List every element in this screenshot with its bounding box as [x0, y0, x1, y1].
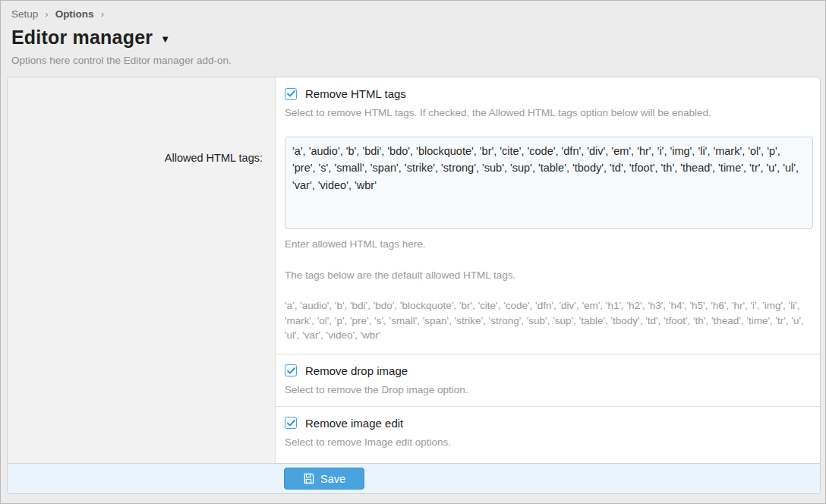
breadcrumb-separator-icon: › — [45, 8, 48, 20]
checkmark-icon — [287, 367, 295, 374]
remove-html-tags-row: Remove HTML tags — [285, 87, 813, 100]
remove-drop-image-checkbox[interactable] — [285, 364, 297, 376]
save-button-label: Save — [320, 473, 345, 485]
breadcrumb-separator-icon: › — [101, 8, 104, 20]
save-floppy-icon — [303, 473, 314, 484]
page-subtitle: Options here control the Editor manager … — [11, 55, 815, 66]
default-tags-list: 'a', 'audio', 'b', 'bdi', 'bdo', 'blockq… — [285, 298, 813, 343]
breadcrumb-setup[interactable]: Setup — [11, 8, 38, 20]
breadcrumb-options[interactable]: Options — [55, 8, 94, 20]
save-button[interactable]: Save — [284, 468, 364, 490]
panel-footer: Save — [8, 463, 820, 493]
default-tags-note: The tags below are the default allowed H… — [285, 269, 813, 281]
remove-image-edit-checkbox[interactable] — [285, 417, 297, 429]
section-remove-drop-image: Remove drop image Select to remove the D… — [276, 354, 821, 406]
remove-html-tags-help: Select to remove HTML tags. If checked, … — [285, 107, 813, 118]
allowed-html-tags-help: Enter allowed HTML tags here. — [285, 238, 813, 250]
panel-body: Allowed HTML tags: Remove HTML tags Sele… — [8, 77, 820, 463]
options-panel: Allowed HTML tags: Remove HTML tags Sele… — [7, 77, 821, 494]
remove-html-tags-checkbox[interactable] — [285, 88, 297, 100]
page-header: Setup › Options › Editor manager ▼ Optio… — [1, 1, 825, 71]
page-title: Editor manager — [11, 27, 153, 49]
section-remove-html-tags: Remove HTML tags Select to remove HTML t… — [276, 77, 821, 354]
section-remove-image-edit: Remove image edit Select to remove Image… — [276, 406, 821, 458]
field-label-column: Allowed HTML tags: — [8, 77, 276, 463]
page-title-row: Editor manager ▼ — [11, 27, 815, 49]
remove-image-edit-help: Select to remove Image edit options. — [285, 436, 813, 448]
field-content-column: Remove HTML tags Select to remove HTML t… — [276, 77, 821, 463]
remove-drop-image-label[interactable]: Remove drop image — [305, 364, 408, 377]
allowed-html-tags-input[interactable]: 'a', 'audio', 'b', 'bdi', 'bdo', 'blockq… — [285, 137, 813, 229]
title-dropdown-caret-icon[interactable]: ▼ — [160, 33, 170, 45]
remove-html-tags-label[interactable]: Remove HTML tags — [305, 87, 406, 100]
remove-image-edit-row: Remove image edit — [285, 417, 813, 430]
remove-drop-image-help: Select to remove the Drop image option. — [285, 384, 813, 395]
allowed-html-tags-label: Allowed HTML tags: — [165, 152, 263, 164]
checkmark-icon — [287, 420, 295, 427]
editor-manager-options-page: Setup › Options › Editor manager ▼ Optio… — [0, 0, 826, 504]
remove-drop-image-row: Remove drop image — [285, 364, 813, 377]
checkmark-icon — [287, 90, 295, 97]
remove-image-edit-label[interactable]: Remove image edit — [305, 417, 403, 430]
breadcrumb: Setup › Options › — [11, 8, 815, 20]
